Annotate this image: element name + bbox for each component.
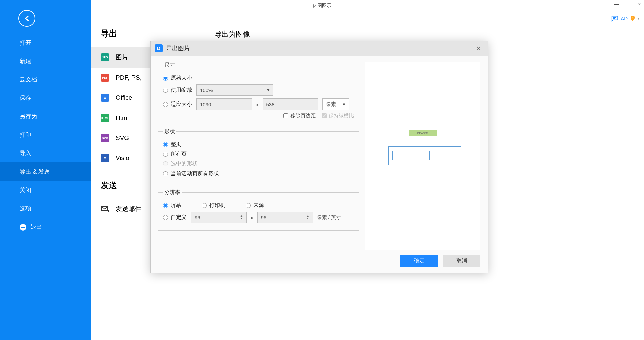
resolution-fieldset: 分辨率 屏幕 打印机 来源 自定义 96▲▼ x 96▲▼ 像素 / 英寸 [158,189,359,231]
preview-diagram: DEA模型 [372,129,473,183]
sidebar-item-save[interactable]: 保存 [0,89,91,107]
preview-caption [429,142,430,144]
export-image-dialog: D 导出图片 ✕ 尺寸 原始大小 使用缩放 [150,41,488,273]
sidebar-item-import[interactable]: 导入 [0,144,91,162]
titlebar: 亿图图示 — ▭ ✕ [0,0,644,11]
radio-fit-size[interactable]: 适应大小 [163,101,192,108]
export-item-label: Office [116,94,132,101]
jpg-icon: JPG [101,53,109,61]
radio-all-shapes-active[interactable]: 当前活动页所有形状 [163,170,219,177]
send-item-label: 发送邮件 [116,205,141,213]
dpi-y-input[interactable]: 96▲▼ [257,212,313,223]
cancel-button[interactable]: 取消 [443,255,480,267]
visio-icon: V [101,154,109,162]
minimize-button[interactable]: — [614,2,619,6]
preview-pane: DEA模型 [365,62,480,250]
height-input[interactable]: 538 [263,98,318,110]
exit-icon [20,224,26,231]
sidebar-item-export-send[interactable]: 导出 & 发送 [0,162,91,181]
sidebar-item-options[interactable]: 选项 [0,199,91,218]
sidebar-item-open[interactable]: 打开 [0,33,91,52]
dialog-title: 导出图片 [166,44,190,52]
width-input[interactable]: 1090 [196,98,252,110]
size-legend: 尺寸 [163,62,176,69]
radio-zoom[interactable]: 使用缩放 [163,87,192,94]
export-item-label: Visio [116,154,129,162]
shape-fieldset: 形状 整页 所有页 选中的形状 当前活动页所有形状 [158,128,359,185]
mail-icon [101,205,109,213]
resolution-legend: 分辨率 [163,189,182,196]
unit-combo[interactable]: 像素▾ [322,98,349,110]
radio-zoom-input[interactable] [163,88,168,93]
app-logo-icon: D [155,44,163,52]
size-fieldset: 尺寸 原始大小 使用缩放 100% ▾ [158,62,359,124]
radio-all-pages[interactable]: 所有页 [163,151,187,158]
ok-button[interactable]: 确定 [400,255,438,267]
header-badge-bar: AD ▾ [611,15,639,22]
chevron-down-icon: ▾ [267,87,270,93]
export-item-label: 图片 [116,53,128,62]
radio-res-source[interactable]: 来源 [246,202,264,209]
page-subtitle: 导出为图像 [215,29,250,39]
radio-res-custom[interactable]: 自定义 [163,214,187,221]
sidebar-item-exit[interactable]: 退出 [0,218,91,236]
preview-outer-box [388,146,461,165]
radio-full-page[interactable]: 整页 [163,141,181,148]
svg-icon: SVG [101,134,109,142]
radio-fit-input[interactable] [163,102,168,107]
zoom-value: 100% [200,87,213,93]
check-remove-margin[interactable]: 移除页边距 [283,113,316,119]
radio-res-printer[interactable]: 打印机 [202,202,225,209]
x-separator: x [251,215,253,220]
chevron-down-icon: ▾ [343,101,345,107]
sidebar-item-close[interactable]: 关闭 [0,181,91,199]
html-icon: HTML [101,114,109,122]
word-icon: W [101,94,109,102]
app-title: 亿图图示 [313,3,331,9]
export-item-label: SVG [116,134,129,142]
radio-original-size[interactable]: 原始大小 [163,75,192,82]
remove-margin-checkbox[interactable] [283,113,288,118]
radio-original-input[interactable] [163,76,168,81]
pdf-icon: PDF [101,74,109,82]
window-controls: — ▭ ✕ [614,2,641,6]
radio-selected-shapes: 选中的形状 [163,160,198,167]
check-keep-ratio: 保持纵横比 [322,113,354,119]
dpi-x-input[interactable]: 96▲▼ [191,212,247,223]
dialog-buttons: 确定 取消 [365,255,480,267]
sidebar-item-saveas[interactable]: 另存为 [0,107,91,126]
export-item-label: PDF, PS, [116,74,142,81]
sidebar-item-print[interactable]: 打印 [0,126,91,144]
keep-ratio-checkbox [322,113,327,118]
preview-title-box: DEA模型 [409,130,437,136]
sidebar: 打开 新建 云文档 保存 另存为 打印 导入 导出 & 发送 关闭 选项 退出 [0,0,91,340]
export-item-label: Html [116,114,129,122]
chat-icon[interactable] [611,15,619,22]
x-separator: x [256,101,259,107]
shape-legend: 形状 [163,128,176,135]
spinner-icon[interactable]: ▲▼ [240,215,243,220]
close-window-button[interactable]: ✕ [638,2,641,6]
sidebar-item-new[interactable]: 新建 [0,52,91,70]
maximize-button[interactable]: ▭ [626,2,630,6]
dialog-titlebar[interactable]: D 导出图片 ✕ [151,41,488,56]
dialog-close-button[interactable]: ✕ [473,43,484,53]
back-button[interactable] [18,10,35,27]
dpi-unit-label: 像素 / 英寸 [317,214,341,221]
radio-res-screen[interactable]: 屏幕 [163,202,181,209]
zoom-combo[interactable]: 100% ▾ [196,84,273,96]
chevron-down-icon[interactable]: ▾ [638,17,639,20]
ad-label[interactable]: AD [621,16,628,21]
sidebar-item-cloud[interactable]: 云文档 [0,70,91,89]
spinner-icon[interactable]: ▲▼ [307,215,309,220]
shield-icon[interactable] [630,15,636,21]
